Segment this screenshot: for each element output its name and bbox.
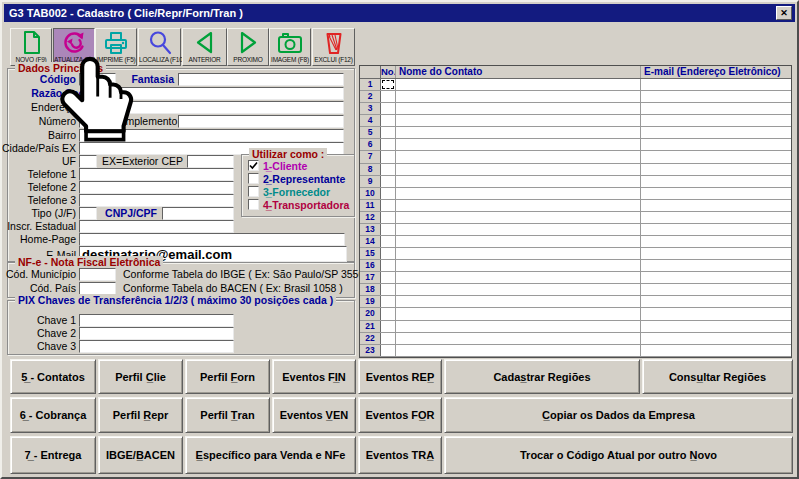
representante-checkbox-label[interactable]: 2̲-Representante [263,173,345,185]
numero-input[interactable] [79,115,116,128]
cell-email[interactable] [641,115,791,126]
cell-no[interactable] [381,321,396,332]
row-number[interactable]: 8 [360,164,381,175]
cell-nome[interactable] [396,308,641,319]
row-number[interactable]: 9 [360,176,381,187]
cell-no[interactable] [381,139,396,150]
cell-nome[interactable] [396,321,641,332]
eventos-ven-button[interactable]: Eventos V̲EN [272,397,356,433]
telefone2-input[interactable] [79,181,234,194]
table-row[interactable]: 7 [360,151,791,163]
transportadora-checkbox-label[interactable]: 4̲-Transportadora [263,199,349,211]
cell-nome[interactable] [396,345,641,356]
perfil-tran-button[interactable]: Perfil T̲ran [185,397,270,433]
row-number[interactable]: 13 [360,224,381,235]
cell-email[interactable] [641,224,791,235]
row-number[interactable]: 11 [360,200,381,211]
cell-nome[interactable] [396,200,641,211]
cell-email[interactable] [641,139,791,150]
row-number[interactable]: 22 [360,333,381,344]
home-page-input[interactable] [79,233,345,246]
cliente-checkbox[interactable] [248,160,259,171]
table-row[interactable]: 17 [360,272,791,284]
cell-nome[interactable] [396,236,641,247]
cell-no[interactable] [381,200,396,211]
cadastrar-regioes-button[interactable]: Cadas̲trar Regiões [444,359,640,394]
row-number[interactable]: 14 [360,236,381,247]
cell-nome[interactable] [396,212,641,223]
row-number[interactable]: 21 [360,321,381,332]
cell-email[interactable] [641,260,791,271]
perfil-forn-button[interactable]: Perfil F̲orn [185,359,270,394]
cell-email[interactable] [641,79,791,90]
cell-email[interactable] [641,321,791,332]
cep-input[interactable] [187,155,234,168]
exclui-button[interactable]: EXCLUI (F12) [312,28,355,66]
row-number[interactable]: 2 [360,91,381,102]
copiar-dados-button[interactable]: C̲opiar os Dados da Empresa [444,397,793,433]
row-number[interactable]: 1 [360,79,381,90]
razao-social-input[interactable] [100,87,344,100]
table-row[interactable]: 20 [360,308,791,320]
cell-nome[interactable] [396,333,641,344]
eventos-rep-button[interactable]: Eventos REP̲ [358,359,442,394]
fornecedor-checkbox-label[interactable]: 3̲-Fornecedor [263,186,330,198]
chave1-input[interactable] [79,314,234,327]
cell-email[interactable] [641,200,791,211]
telefone1-input[interactable] [79,168,234,181]
proximo-button[interactable]: PROXIMO [227,28,269,66]
cell-email[interactable] [641,91,791,102]
transportadora-checkbox[interactable] [248,199,259,210]
cell-nome[interactable] [396,176,641,187]
table-row[interactable]: 14 [360,236,791,248]
cell-email[interactable] [641,127,791,138]
table-row[interactable]: 1 [360,79,791,91]
cell-no[interactable] [381,308,396,319]
row-number[interactable]: 18 [360,284,381,295]
cell-nome[interactable] [396,272,641,283]
inscr-estadual-input[interactable] [79,220,234,233]
table-row[interactable]: 13 [360,224,791,236]
cell-no[interactable] [381,260,396,271]
eventos-fin-button[interactable]: Eventos FI̲N [272,359,356,394]
row-number[interactable]: 3 [360,103,381,114]
row-number[interactable]: 20 [360,308,381,319]
imagem-button[interactable]: IMAGEM (F8) [269,28,311,66]
cell-email[interactable] [641,296,791,307]
fantasia-input[interactable] [178,73,344,86]
cell-email[interactable] [641,188,791,199]
cell-no[interactable] [381,151,396,162]
row-number[interactable]: 17 [360,272,381,283]
cell-no[interactable] [381,103,396,114]
cell-email[interactable] [641,164,791,175]
localiza-button[interactable]: LOCALIZA (F10) [138,28,181,66]
entrega-button[interactable]: 7̲ - Entrega [10,436,96,474]
bairro-input[interactable] [79,129,344,142]
table-row[interactable]: 5 [360,127,791,139]
codigo-input[interactable] [79,73,116,86]
cell-nome[interactable] [396,188,641,199]
perfil-repr-button[interactable]: Perfil R̲epr [98,397,183,433]
row-number[interactable]: 7 [360,151,381,162]
cell-nome[interactable] [396,260,641,271]
cell-no[interactable] [381,333,396,344]
cell-email[interactable] [641,212,791,223]
row-number[interactable]: 4 [360,115,381,126]
cell-email[interactable] [641,284,791,295]
cell-no[interactable] [381,272,396,283]
endereco-input[interactable] [79,101,344,114]
cell-nome[interactable] [396,248,641,259]
cell-email[interactable] [641,333,791,344]
table-row[interactable]: 8 [360,164,791,176]
row-number[interactable]: 6 [360,139,381,150]
representante-checkbox[interactable] [248,173,259,184]
table-row[interactable]: 21 [360,321,791,333]
table-row[interactable]: 2 [360,91,791,103]
anterior-button[interactable]: ANTERIOR [182,28,227,66]
cell-no[interactable] [381,91,396,102]
cell-no[interactable] [381,115,396,126]
cell-no[interactable] [381,127,396,138]
table-row[interactable]: 18 [360,284,791,296]
cell-email[interactable] [641,308,791,319]
cell-email[interactable] [641,345,791,356]
